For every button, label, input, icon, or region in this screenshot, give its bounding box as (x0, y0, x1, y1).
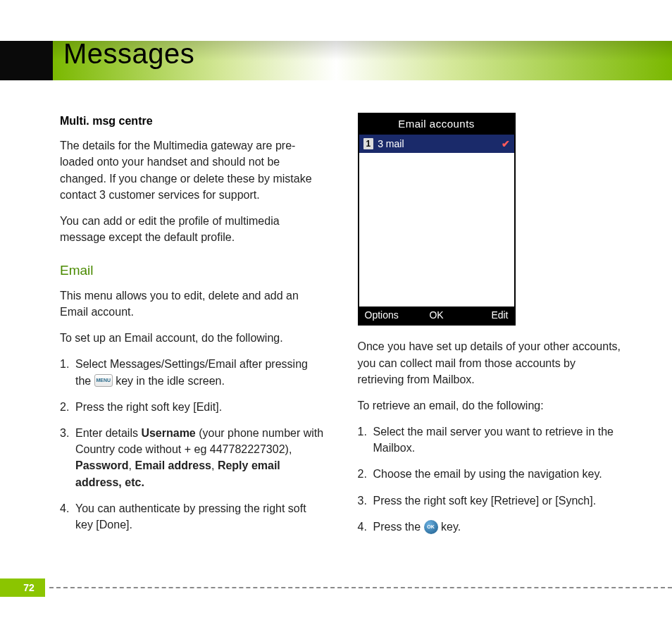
body-text: To set up an Email account, do the follo… (60, 330, 325, 346)
phone-body-area (359, 153, 514, 307)
section-heading-multi-msg: Multi. msg centre (60, 113, 325, 129)
right-column: Email accounts 1 3 mail ✔ Options OK Edi… (358, 113, 623, 569)
phone-screenshot: Email accounts 1 3 mail ✔ Options OK Edi… (358, 113, 516, 326)
list-item: 3. Press the right soft key [Retrieve] o… (358, 493, 623, 509)
list-number: 4. (60, 500, 75, 533)
bold-text: Email address (135, 459, 211, 471)
list-number: 3. (358, 493, 373, 509)
list-item: 3. Enter details Username (your phone nu… (60, 425, 325, 490)
list-item: 2. Choose the email by using the navigat… (358, 466, 623, 482)
page-footer: 72 (0, 576, 672, 597)
list-item: 4. You can authenticate by pressing the … (60, 500, 325, 533)
body-text: To retrieve an email, do the following: (358, 397, 623, 414)
text: Press the (373, 521, 424, 533)
menu-key-icon: MENU (94, 374, 113, 387)
text: Enter details (75, 427, 141, 439)
ok-key-icon: OK (424, 520, 438, 534)
body-text: This menu allows you to edit, delete and… (60, 287, 325, 320)
row-label: 3 mail (378, 137, 497, 151)
list-number: 1. (60, 356, 75, 388)
text: key. (441, 521, 461, 533)
list-number: 2. (60, 399, 75, 415)
ordered-list: 1. Select the mail server you want to re… (358, 423, 623, 535)
list-number: 3. (60, 425, 75, 490)
list-body: Press the OK key. (373, 519, 623, 535)
page-number-badge: 72 (13, 578, 45, 597)
list-item: 4. Press the OK key. (358, 519, 623, 535)
page-title: Messages (63, 38, 194, 70)
phone-title-bar: Email accounts (359, 114, 514, 135)
phone-softkey-bar: Options OK Edit (359, 307, 514, 324)
list-body: Select the mail server you want to retri… (373, 423, 623, 456)
list-item: 1. Select Messages/Settings/Email after … (60, 356, 325, 388)
list-number: 1. (358, 423, 373, 456)
checkmark-icon: ✔ (502, 137, 510, 151)
body-text: You can add or edit the profile of multi… (60, 213, 325, 245)
list-number: 2. (358, 466, 373, 482)
list-body: Enter details Username (your phone numbe… (75, 425, 325, 490)
bold-text: Password (75, 459, 129, 471)
list-item: 2. Press the right soft key [Edit]. (60, 399, 325, 415)
section-heading-email: Email (60, 261, 325, 280)
phone-list-row: 1 3 mail ✔ (359, 135, 514, 153)
ordered-list: 1. Select Messages/Settings/Email after … (60, 356, 325, 533)
list-body: Choose the email by using the navigation… (373, 466, 623, 482)
list-body: Select Messages/Settings/Email after pre… (75, 356, 325, 388)
body-text: Once you have set up details of your oth… (358, 338, 623, 388)
list-body: You can authenticate by pressing the rig… (75, 500, 325, 533)
body-text: The details for the Multimedia gateway a… (60, 137, 325, 203)
footer-divider (49, 587, 672, 588)
left-column: Multi. msg centre The details for the Mu… (60, 113, 325, 569)
list-body: Press the right soft key [Edit]. (75, 399, 325, 415)
list-body: Press the right soft key [Retrieve] or [… (373, 493, 623, 509)
text: key in the idle screen. (116, 375, 225, 387)
text: , (211, 459, 218, 471)
row-index-badge: 1 (363, 138, 374, 149)
softkey-center: OK (413, 308, 461, 322)
phone-inner: Email accounts 1 3 mail ✔ Options OK Edi… (359, 114, 514, 324)
bold-text: Username (141, 427, 195, 439)
softkey-right: Edit (461, 308, 509, 322)
list-number: 4. (358, 519, 373, 535)
list-item: 1. Select the mail server you want to re… (358, 423, 623, 456)
content-area: Multi. msg centre The details for the Mu… (60, 113, 623, 569)
softkey-left: Options (365, 308, 413, 322)
